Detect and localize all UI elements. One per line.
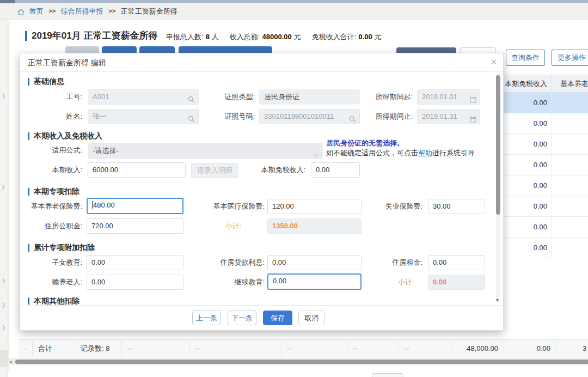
taxfree-label: 本期免税收入: [243,162,305,178]
summary-cell-partial: 3 [556,340,588,357]
footer-divider [20,305,503,306]
scroll-left-arrow-icon[interactable]: ◂ [9,358,12,365]
medical-input[interactable]: 120.00 [267,199,362,214]
table-row[interactable]: 0.00 [502,134,588,155]
header-stats: 申报总人数:8人 收入总额:48000.00元 免税收入合计:0.00元 [166,32,382,42]
housing-loan-input[interactable]: 0.00 [267,255,362,270]
summary-cell: -- [399,340,452,357]
doctype-label: 证照类型: [200,89,255,105]
partial-button[interactable] [372,373,403,377]
stat-total-people: 申报总人数:8人 [166,32,219,42]
subtotal2-field: 0.00 [428,275,485,290]
formula-select[interactable]: -请选择- ∨ [88,143,323,159]
section-accent-bar [28,244,29,252]
home-icon[interactable] [17,5,24,21]
breadcrumb-home[interactable]: 首页 [29,3,44,19]
table-row[interactable]: 0.00 [502,93,588,113]
breadcrumb-mid[interactable]: 综合所得申报 [61,3,103,19]
summary-taxfree-total: 0.00 [504,340,556,357]
summary-marker: · [19,340,33,357]
housing-rent-label: 住房租金: [374,254,422,271]
collapsed-sidebar [0,20,8,377]
children-education-input[interactable]: 0.00 [87,255,183,270]
section-deduction: 本期专项扣除 [28,187,79,197]
period-from-label: 所得期间起: [363,89,413,105]
summary-cell: -- [189,340,281,357]
sidebar-chevron-icon: ❯ [2,94,6,99]
text-caret [92,201,93,209]
section-basic-info: 基础信息 [28,77,64,87]
cancel-button[interactable]: 取消 [298,311,325,325]
close-icon[interactable]: × [487,56,500,69]
doctype-field: 居民身份证 [259,89,360,105]
name-label: 姓名: [26,108,82,125]
formula-label: 适用公式: [26,142,82,159]
search-icon[interactable] [188,113,195,124]
column-header-taxfree[interactable]: 本期免税收入 [502,75,552,93]
table-row[interactable]: 0.00 [502,196,588,217]
breadcrumb-separator: >> [48,3,56,19]
previous-record-button[interactable]: 上一条 [192,311,221,325]
breadcrumb-current: 正常工资薪金所得 [121,3,177,19]
section-additional-deduction: 累计专项附加扣除 [28,243,95,253]
children-education-label: 子女教育: [26,254,82,271]
docno-label: 证照号码: [200,108,255,125]
table-row[interactable]: 0.00 [502,217,588,238]
chevron-down-icon: ∨ [314,148,318,159]
search-icon[interactable] [188,94,195,105]
continuing-education-input[interactable]: 0.00 [267,273,362,290]
dialog-title: 正常工资薪金所得 编辑 [28,58,106,68]
enter-detail-button[interactable]: 请录入明细 [191,163,238,178]
income-label: 本期收入: [26,162,82,178]
subtotal1-field: 1350.00 [267,218,362,234]
period-to-input[interactable]: 2019.01.31 [417,109,480,124]
elderly-support-label: 赡养老人: [26,274,82,290]
save-button[interactable]: 保存 [263,311,292,325]
housing-loan-label: 住房贷款利息: [200,254,265,271]
table-row[interactable]: 0.00 [502,155,588,175]
scroll-down-arrow-icon[interactable]: ▼ [495,297,500,303]
query-conditions-button[interactable]: 查询条件 [506,50,545,66]
calendar-icon[interactable] [470,113,476,124]
housing-fund-input[interactable]: 720.00 [87,218,183,234]
calendar-icon[interactable] [470,94,476,105]
title-accent-bar [25,31,27,41]
table-row[interactable]: 0.00 [502,113,588,134]
search-icon[interactable] [349,113,356,124]
pension-label: 基本养老保险费: [20,198,82,215]
elderly-support-input[interactable]: 0.00 [87,275,183,290]
section-accent-bar [28,132,29,140]
breadcrumb: 首页 >> 综合所得申报 >> 正常工资薪金所得 [0,3,588,20]
sidebar-highlight [0,350,8,367]
empno-input[interactable]: A001 [88,89,199,105]
period-from-input[interactable]: 2019.01.01 [417,89,480,105]
section-accent-bar [28,188,29,196]
pension-input[interactable]: 480.00 [87,198,183,214]
help-link[interactable]: 帮助 [418,149,432,157]
more-actions-button[interactable]: 更多操作 [552,50,588,66]
summary-cell: -- [281,340,347,357]
column-header-pension[interactable]: 基本养老 [552,75,588,93]
unemployment-input[interactable]: 30.00 [428,199,485,214]
docno-input[interactable]: 330101198001010011 [259,109,360,124]
medical-label: 基本医疗保险费: [200,198,265,215]
table-header-row: 本期免税收入 基本养老 [502,75,588,93]
housing-rent-input[interactable]: 0.00 [428,255,485,270]
next-record-button[interactable]: 下一条 [228,311,256,325]
summary-record-count: 记录数: 8 [75,340,122,357]
dialog-scrollbar-thumb[interactable] [496,75,500,215]
horizontal-scrollbar-thumb[interactable] [15,360,588,364]
stat-total-income: 收入总额:48000.00元 [230,32,301,42]
formula-hint-line2: 如不能确定适用公式，可点击帮助进行系统引导 [326,148,475,158]
sidebar-chevron-icon: ❯ [2,302,6,308]
unemployment-label: 失业保险费: [374,198,422,215]
edit-dialog: 正常工资薪金所得 编辑 × 基础信息 工号: A001 证照类型: 居民身份证 … [20,53,504,331]
income-input[interactable]: 6000.00 [88,162,186,178]
divider [20,71,503,72]
table-row[interactable]: 0.00 [502,175,588,196]
name-input[interactable]: 张一 [88,109,199,124]
section-income: 本期收入及免税收入 [28,131,102,141]
table-row[interactable]: 0.00 [502,238,588,258]
taxfree-input[interactable]: 0.00 [311,162,360,178]
empno-label: 工号: [26,89,82,105]
